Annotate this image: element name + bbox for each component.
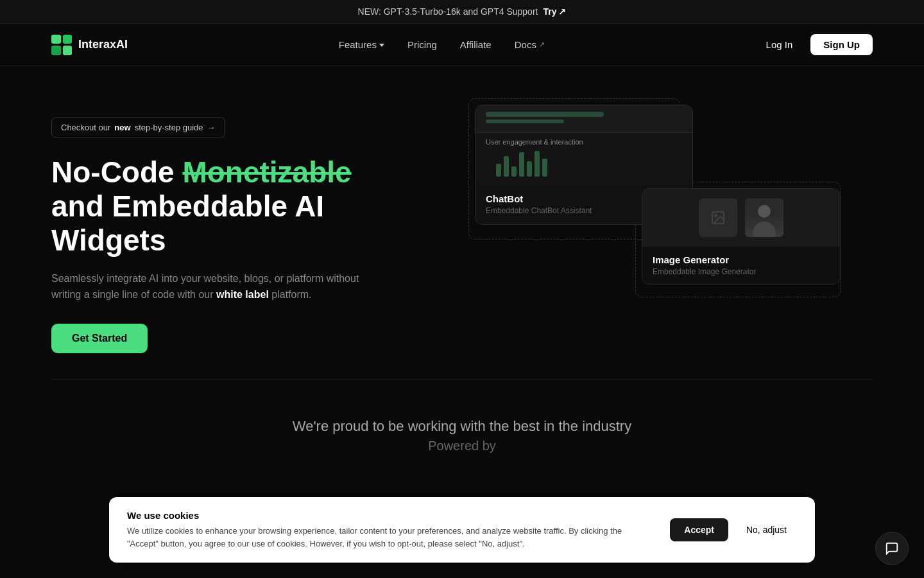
chat-icon — [885, 541, 899, 556]
logo-text: InteraxAI — [78, 38, 128, 51]
cookie-description: We utilize cookies to enhance your brows… — [127, 525, 654, 550]
partners-subheading: Powered by — [51, 439, 873, 453]
image-thumbnail — [745, 198, 783, 237]
logo-icon — [51, 35, 72, 55]
guide-prefix: Checkout our — [61, 123, 110, 132]
guide-link[interactable]: Checkout our new step-by-step guide → — [51, 118, 225, 137]
announcement-cta[interactable]: Try ↗ — [543, 6, 566, 17]
nav-links: Features Pricing Affiliate Docs ↗ — [339, 39, 545, 50]
hero-widgets: User engagement & interaction ChatBot Em… — [475, 105, 873, 323]
guide-arrow: → — [207, 123, 216, 132]
chatbot-header — [475, 105, 692, 133]
external-icon: ↗ — [539, 40, 545, 49]
cookie-title: We use cookies — [127, 510, 654, 521]
cookie-actions: Accept No, adjust — [670, 518, 797, 541]
bar-3 — [511, 166, 517, 177]
chatbot-bar-2 — [486, 119, 564, 123]
bar-6 — [535, 151, 540, 177]
chevron-down-icon — [379, 44, 384, 47]
accept-button[interactable]: Accept — [670, 518, 728, 541]
get-started-button[interactable]: Get Started — [51, 324, 148, 353]
bar-7 — [542, 159, 547, 177]
cookie-banner: We use cookies We utilize cookies to enh… — [109, 497, 815, 563]
nav-item-docs[interactable]: Docs ↗ — [515, 39, 545, 50]
announcement-bar: NEW: GPT-3.5-Turbo-16k and GPT4 Support … — [0, 0, 924, 24]
guide-new-label: new — [114, 123, 130, 132]
hero-title: No-Code Monetizable and Embeddable AI Wi… — [51, 155, 411, 258]
svg-point-1 — [715, 215, 717, 216]
login-button[interactable]: Log In — [756, 34, 803, 55]
partners-section: We're proud to be working with the best … — [0, 380, 924, 479]
person-image — [745, 198, 783, 237]
nav-item-affiliate[interactable]: Affiliate — [460, 39, 492, 50]
image-placeholder — [699, 198, 737, 237]
image-gen-title: Image Generator — [653, 254, 830, 265]
title-highlight: Monetizable — [182, 155, 351, 189]
title-suffix: and Embeddable AI Widgets — [51, 189, 324, 257]
bar-2 — [504, 156, 509, 177]
announcement-text: NEW: GPT-3.5-Turbo-16k and GPT4 Support — [358, 6, 538, 17]
cookie-text: We use cookies We utilize cookies to enh… — [127, 510, 654, 550]
bar-4 — [519, 152, 524, 177]
signup-button[interactable]: Sign Up — [810, 34, 873, 55]
logo[interactable]: InteraxAI — [51, 35, 128, 55]
hero-content: Checkout our new step-by-step guide → No… — [51, 105, 411, 353]
nav-actions: Log In Sign Up — [756, 34, 873, 55]
navigation: InteraxAI Features Pricing Affiliate Doc… — [0, 24, 924, 66]
image-generator-widget-card: Image Generator Embeddable Image Generat… — [642, 188, 841, 285]
widget-engagement-label: User engagement & interaction — [486, 138, 682, 146]
nav-item-features[interactable]: Features — [339, 39, 384, 50]
image-gen-preview — [642, 189, 840, 247]
chatbot-chart-area: User engagement & interaction — [475, 133, 692, 184]
no-adjust-button[interactable]: No, adjust — [736, 518, 797, 541]
partners-heading: We're proud to be working with the best … — [51, 418, 873, 435]
hero-description: Seamlessly integrate AI into your websit… — [51, 270, 359, 303]
chat-bubble-button[interactable] — [875, 532, 909, 565]
bar-1 — [496, 164, 501, 177]
guide-suffix: step-by-step guide — [135, 123, 203, 132]
nav-item-pricing[interactable]: Pricing — [407, 39, 437, 50]
bar-5 — [527, 161, 532, 177]
title-prefix: No-Code — [51, 155, 182, 189]
chatbot-chart — [486, 151, 682, 177]
external-link-icon: ↗ — [558, 6, 566, 17]
image-gen-subtitle: Embeddable Image Generator — [653, 267, 830, 276]
hero-section: Checkout our new step-by-step guide → No… — [0, 66, 924, 379]
chatbot-bar-1 — [486, 112, 604, 117]
image-gen-info: Image Generator Embeddable Image Generat… — [642, 247, 840, 284]
